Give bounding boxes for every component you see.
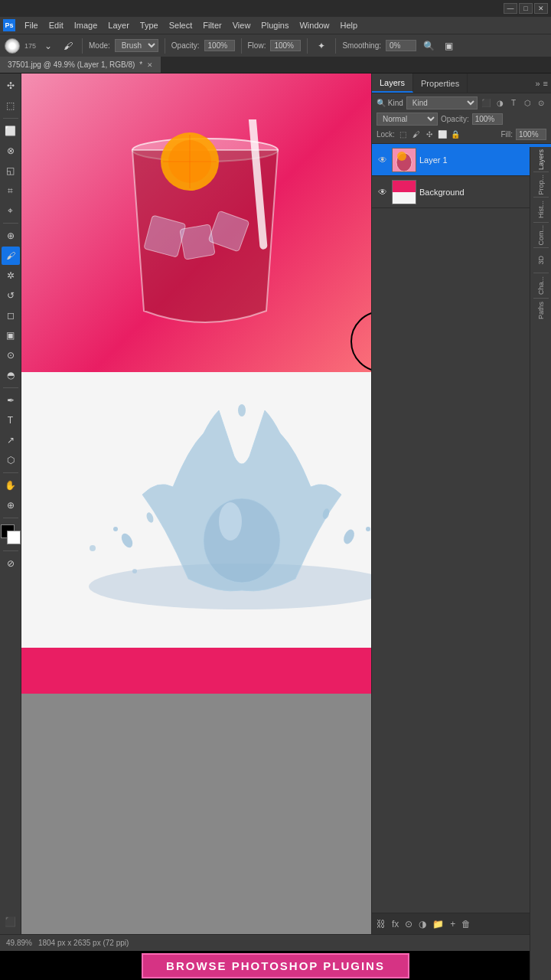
search-icon[interactable]: 🔍 bbox=[421, 38, 436, 54]
far-right-layers-btn[interactable]: Layers bbox=[532, 150, 550, 168]
kind-label: 🔍 Kind bbox=[377, 99, 403, 107]
eraser-tool[interactable]: ◻ bbox=[2, 306, 20, 325]
fx-btn[interactable]: fx bbox=[392, 919, 399, 929]
pixel-filter-icon[interactable]: ⬛ bbox=[481, 99, 491, 107]
lock-image-icon[interactable]: 🖌 bbox=[411, 130, 422, 139]
brush-settings-icon[interactable]: 🖌 bbox=[60, 38, 76, 54]
menu-file[interactable]: File bbox=[20, 19, 43, 31]
svg-point-15 bbox=[238, 404, 246, 416]
object-selection-tool[interactable]: ◱ bbox=[2, 162, 20, 180]
healing-tool[interactable]: ⊕ bbox=[2, 227, 20, 245]
lock-all-icon[interactable]: 🔒 bbox=[450, 130, 461, 139]
far-right-chan-btn[interactable]: Cha... bbox=[532, 276, 550, 295]
menu-layer[interactable]: Layer bbox=[103, 19, 134, 31]
flow-value[interactable]: 100% bbox=[270, 40, 301, 51]
screen-mode-btn[interactable]: ⬛ bbox=[2, 913, 20, 931]
maximize-button[interactable]: □ bbox=[519, 3, 533, 14]
pen-tool[interactable]: ✒ bbox=[2, 391, 20, 410]
history-brush-tool[interactable]: ↺ bbox=[2, 286, 20, 305]
doc-tab-modified: * bbox=[139, 60, 142, 69]
shape-filter-icon[interactable]: ⬡ bbox=[522, 99, 533, 107]
layer-item[interactable]: 👁 Background 🔒 bbox=[372, 176, 551, 208]
bottom-banner[interactable]: BROWSE PHOTOSHOP PLUGINS bbox=[0, 951, 551, 980]
lock-artboard-icon[interactable]: ⬜ bbox=[437, 130, 448, 139]
layer-item[interactable]: 👁 Layer 1 bbox=[372, 144, 551, 176]
eyedropper-tool[interactable]: ⌖ bbox=[2, 201, 20, 220]
opacity-value[interactable]: 100% bbox=[204, 40, 235, 51]
airbrush-icon[interactable]: ✦ bbox=[314, 38, 329, 54]
far-right-paths-btn[interactable]: Paths bbox=[532, 302, 550, 320]
menu-edit[interactable]: Edit bbox=[44, 19, 68, 31]
delete-layer-btn[interactable]: 🗑 bbox=[461, 919, 471, 929]
kind-select[interactable]: Kind bbox=[406, 96, 478, 109]
panel-tab-icons: » ≡ bbox=[535, 74, 551, 93]
tab-layers[interactable]: Layers bbox=[372, 74, 413, 93]
doc-tab-close[interactable]: ✕ bbox=[147, 61, 153, 69]
stamp-tool[interactable]: ✲ bbox=[2, 266, 20, 285]
doc-tab[interactable]: 37501.jpg @ 49.9% (Layer 1, RGB/8) * ✕ bbox=[0, 57, 161, 73]
path-tool[interactable]: ↗ bbox=[2, 431, 20, 449]
menu-image[interactable]: Image bbox=[70, 19, 103, 31]
adjustment-btn[interactable]: ◑ bbox=[419, 919, 426, 929]
far-right-comm-btn[interactable]: Com... bbox=[532, 226, 550, 244]
tool-separator bbox=[3, 118, 18, 119]
text-tool[interactable]: T bbox=[2, 411, 20, 430]
tab-properties[interactable]: Properties bbox=[413, 74, 468, 93]
smartobj-filter-icon[interactable]: ⊙ bbox=[536, 99, 546, 107]
lock-position-icon[interactable]: ✣ bbox=[424, 130, 435, 139]
new-layer-btn[interactable]: + bbox=[450, 919, 455, 929]
brush-preview[interactable] bbox=[5, 38, 20, 54]
menu-view[interactable]: View bbox=[228, 19, 256, 31]
link-layers-btn[interactable]: ⛓ bbox=[377, 919, 386, 929]
menu-type[interactable]: Type bbox=[135, 19, 163, 31]
fill-value[interactable]: 100% bbox=[516, 129, 546, 140]
blend-mode-select[interactable]: Normal bbox=[377, 113, 438, 126]
lock-transparent-icon[interactable]: ⬚ bbox=[398, 130, 409, 139]
adjustment-filter-icon[interactable]: ◑ bbox=[494, 99, 505, 107]
blur-tool[interactable]: ⊙ bbox=[2, 346, 20, 364]
shape-tool[interactable]: ⬡ bbox=[2, 451, 20, 469]
zoom-tool[interactable]: ⊕ bbox=[2, 496, 20, 514]
smoothing-value[interactable]: 0% bbox=[386, 40, 416, 51]
marquee-tool[interactable]: ⬜ bbox=[2, 122, 20, 140]
brush-picker-icon[interactable]: ⌄ bbox=[41, 38, 56, 54]
opacity-value[interactable]: 100% bbox=[472, 113, 503, 125]
mask-btn[interactable]: ⊙ bbox=[405, 919, 412, 929]
quick-mask-tool[interactable]: ⊘ bbox=[2, 554, 20, 573]
move-tool[interactable]: ✣ bbox=[2, 77, 20, 95]
canvas-area[interactable] bbox=[21, 74, 371, 934]
menu-select[interactable]: Select bbox=[165, 19, 197, 31]
panel-icon[interactable]: ▣ bbox=[441, 38, 456, 54]
layers-toolbar: ⛓ fx ⊙ ◑ 📁 + 🗑 bbox=[372, 913, 551, 934]
layer-visibility-icon[interactable]: 👁 bbox=[377, 155, 389, 165]
layers-list: 👁 Layer 1 👁 bbox=[372, 143, 551, 913]
hand-tool[interactable]: ✋ bbox=[2, 476, 20, 495]
minimize-button[interactable]: — bbox=[504, 3, 517, 14]
close-button[interactable]: ✕ bbox=[534, 3, 548, 14]
background-color[interactable] bbox=[7, 531, 21, 544]
dodge-tool[interactable]: ◓ bbox=[2, 366, 20, 384]
artboard-tool[interactable]: ⬚ bbox=[2, 96, 20, 115]
workspace: ✣ ⬚ ⬜ ⊗ ◱ ⌗ ⌖ ⊕ 🖌 ✲ ↺ ◻ ▣ ⊙ ◓ ✒ T ↗ ⬡ ✋ … bbox=[0, 74, 551, 934]
smoothing-label: Smoothing: bbox=[342, 41, 381, 50]
text-filter-icon[interactable]: T bbox=[508, 99, 519, 107]
panel-menu-icon[interactable]: ≡ bbox=[543, 79, 548, 88]
svg-point-21 bbox=[132, 569, 137, 573]
opacity-label: Opacity: bbox=[441, 115, 469, 123]
menu-help[interactable]: Help bbox=[336, 19, 363, 31]
opacity-label: Opacity: bbox=[171, 41, 200, 50]
brush-tool[interactable]: 🖌 bbox=[2, 247, 20, 265]
menu-window[interactable]: Window bbox=[295, 19, 334, 31]
group-btn[interactable]: 📁 bbox=[432, 919, 444, 929]
far-right-prop-btn[interactable]: Prop... bbox=[532, 175, 550, 194]
panel-expand-icon[interactable]: » bbox=[535, 79, 540, 88]
lasso-tool[interactable]: ⊗ bbox=[2, 142, 20, 160]
menu-filter[interactable]: Filter bbox=[198, 19, 226, 31]
menu-plugins[interactable]: Plugins bbox=[256, 19, 293, 31]
far-right-hist-btn[interactable]: Hist... bbox=[532, 201, 550, 219]
gradient-tool[interactable]: ▣ bbox=[2, 326, 20, 345]
far-right-3d-btn[interactable]: 3D bbox=[532, 251, 550, 270]
mode-select[interactable]: Brush bbox=[115, 39, 158, 52]
layer-visibility-icon[interactable]: 👁 bbox=[377, 187, 389, 198]
crop-tool[interactable]: ⌗ bbox=[2, 181, 20, 200]
